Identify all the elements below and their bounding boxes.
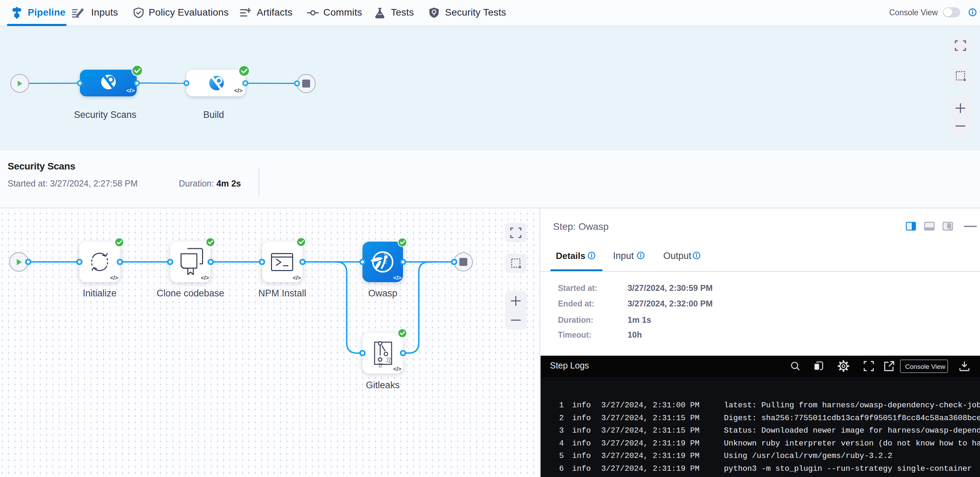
svg-text:</>: </> (126, 87, 135, 94)
svg-text:NPM Install: NPM Install (258, 288, 306, 298)
svg-text:Security Scans: Security Scans (74, 110, 136, 120)
svg-text:</>: </> (293, 275, 301, 281)
svg-text:Build: Build (203, 110, 224, 120)
svg-text:</>: </> (393, 275, 401, 281)
svg-text:</>: </> (393, 366, 401, 372)
svg-text:</>: </> (110, 275, 118, 281)
svg-text:Owasp: Owasp (368, 288, 397, 298)
svg-text:Gitleaks: Gitleaks (366, 380, 400, 390)
svg-text:Clone codebase: Clone codebase (157, 288, 224, 298)
svg-text:</>: </> (234, 87, 243, 94)
svg-text:Initialize: Initialize (83, 288, 117, 298)
svg-text:</>: </> (201, 275, 209, 281)
